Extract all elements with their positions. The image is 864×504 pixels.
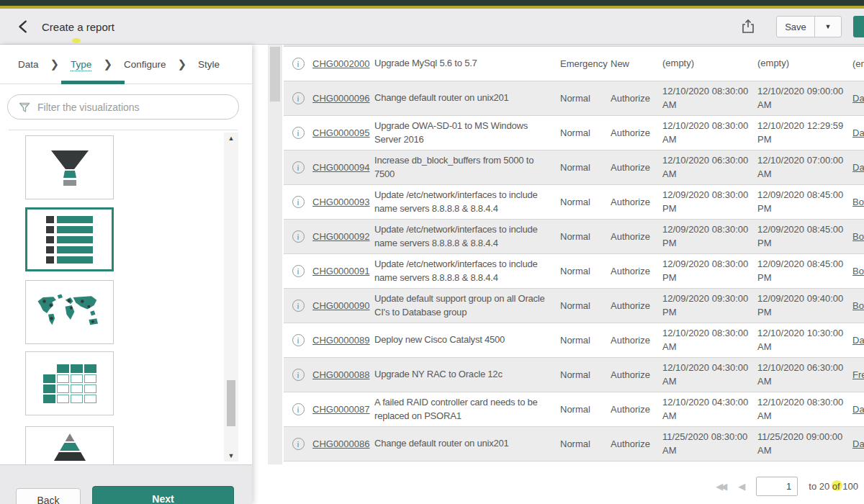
save-split-button: Save ▼ (776, 16, 842, 37)
page-input[interactable] (756, 477, 798, 496)
pagination: ◀◀ ◀ to 20 of 100 (716, 472, 858, 500)
start-date-cell: 12/10/2020 08:30:00 AM (662, 120, 757, 147)
change-number-link[interactable]: CHG0000089 (312, 335, 374, 346)
state-cell: Authorize (611, 93, 662, 104)
info-cell (284, 334, 312, 346)
change-number-link[interactable]: CHG0000095 (312, 127, 374, 138)
change-number-link[interactable]: CHG0000086 (312, 438, 374, 449)
info-icon[interactable] (292, 369, 305, 381)
assignee-link[interactable]: Dav (852, 127, 864, 138)
scroll-down-icon[interactable]: ▼ (224, 452, 238, 459)
short-description: A failed RAID controller card needs to b… (374, 396, 560, 423)
end-date-cell: 11/25/2020 09:00:00 AM (757, 431, 852, 458)
info-icon[interactable] (292, 265, 305, 277)
table-row[interactable]: CHG0000090 Update default support group … (284, 289, 864, 323)
table-row[interactable]: CHG0000089 Deploy new Cisco Catalyst 450… (284, 323, 864, 358)
start-date-cell: 12/09/2020 08:30:00 PM (662, 258, 757, 285)
viz-tile-pyramid[interactable] (25, 426, 114, 464)
viz-tile-map[interactable] (25, 280, 114, 344)
info-icon[interactable] (292, 300, 305, 312)
end-date-cell: 12/10/2020 06:30:00 AM (757, 361, 852, 389)
assignee-link[interactable]: (em (852, 58, 864, 69)
step-style[interactable]: Style (198, 59, 220, 70)
previous-page-icon[interactable]: ◀ (738, 481, 745, 492)
info-cell (284, 369, 312, 381)
save-button[interactable]: Save (777, 17, 814, 37)
step-data[interactable]: Data (18, 59, 39, 70)
visualization-filter-input[interactable] (37, 102, 238, 113)
priority-cell: Normal (560, 404, 611, 415)
change-number-link[interactable]: CHG0000096 (312, 93, 374, 104)
report-preview-table: CHG0002000 Upgrade MySql 5.6 to 5.7 Emer… (252, 45, 864, 504)
viz-tile-heatmap[interactable] (25, 351, 114, 415)
change-number-link[interactable]: CHG0000091 (312, 266, 374, 276)
info-icon[interactable] (292, 230, 305, 243)
change-number-link[interactable]: CHG0000088 (312, 369, 374, 380)
change-number-link[interactable]: CHG0000090 (312, 300, 374, 311)
info-icon[interactable] (292, 334, 305, 346)
info-cell (284, 438, 312, 450)
assignee-link[interactable]: Dav (852, 93, 864, 104)
table-row[interactable]: CHG0000088 Upgrade NY RAC to Oracle 12c … (284, 358, 864, 392)
info-icon[interactable] (292, 403, 305, 415)
state-cell: Authorize (611, 369, 662, 380)
assignee-link[interactable]: Fre (852, 369, 864, 380)
end-date-cell: 12/09/2020 08:45:00 PM (757, 258, 852, 285)
table-row[interactable]: CHG0000094 Increase db_block_buffers fro… (284, 150, 864, 185)
first-page-icon[interactable]: ◀◀ (716, 481, 727, 492)
viz-tile-list[interactable] (25, 207, 114, 271)
scroll-up-icon[interactable]: ▲ (224, 135, 238, 142)
change-number-link[interactable]: CHG0000093 (312, 197, 374, 207)
change-number-link[interactable]: CHG0000092 (312, 231, 374, 242)
assignee-link[interactable]: Dav (852, 162, 864, 173)
info-icon[interactable] (292, 92, 305, 104)
start-date-cell: 12/09/2020 08:30:00 PM (662, 223, 757, 251)
change-number-link[interactable]: CHG0000094 (312, 162, 374, 173)
table-row[interactable]: CHG0000096 Change default router on unix… (284, 81, 864, 116)
step-type[interactable]: Type (71, 59, 91, 70)
assignee-link[interactable]: Bow (852, 231, 864, 242)
table-row[interactable]: CHG0000091 Update /etc/network/interface… (284, 254, 864, 289)
save-dropdown-caret[interactable]: ▼ (814, 17, 841, 37)
assignee-link[interactable]: Bow (852, 300, 864, 311)
step-configure[interactable]: Configure (124, 59, 166, 70)
short-description: Upgrade NY RAC to Oracle 12c (374, 368, 560, 382)
viz-scrollbar-thumb[interactable] (227, 380, 235, 426)
info-icon[interactable] (292, 161, 305, 174)
next-button[interactable]: Next (92, 486, 234, 504)
short-description: Update default support group on all Orac… (374, 292, 560, 320)
info-icon[interactable] (292, 58, 305, 70)
share-icon[interactable] (739, 17, 757, 36)
assignee-link[interactable]: Dav (852, 438, 864, 449)
report-type-panel: Data ❯ Type ❯ Configure ❯ Style (0, 45, 252, 504)
table-row[interactable]: CHG0000095 Upgrade OWA-SD-01 to MS Windo… (284, 116, 864, 150)
table-row[interactable]: CHG0002000 Upgrade MySql 5.6 to 5.7 Emer… (284, 47, 864, 81)
toolbar-edge-button[interactable] (853, 16, 864, 37)
table-scrollbar-thumb[interactable] (270, 47, 280, 102)
assignee-link[interactable]: Dav (852, 335, 864, 346)
back-arrow-icon[interactable] (16, 19, 32, 35)
info-icon[interactable] (292, 438, 305, 450)
priority-cell: Normal (560, 162, 611, 173)
info-icon[interactable] (292, 127, 305, 139)
assignee-link[interactable]: Bow (852, 266, 864, 276)
table-scrollbar[interactable] (268, 45, 282, 464)
info-icon[interactable] (292, 196, 305, 208)
start-date-cell: 12/10/2020 06:30:00 AM (662, 154, 757, 181)
table-row[interactable]: CHG0000086 Change default router on unix… (284, 427, 864, 462)
viz-tile-funnel[interactable] (25, 135, 114, 199)
table-row[interactable]: CHG0000092 Update /etc/network/interface… (284, 220, 864, 254)
change-number-link[interactable]: CHG0000087 (312, 404, 374, 415)
assignee-link[interactable]: Dav (852, 404, 864, 415)
assignee-link[interactable]: Bow (852, 197, 864, 207)
viz-scrollbar[interactable]: ▲ ▼ (224, 132, 238, 462)
table-row[interactable]: CHG0000093 Update /etc/network/interface… (284, 185, 864, 220)
visualization-list: ▲ ▼ (0, 131, 252, 464)
wizard-footer: Back Next (0, 464, 252, 504)
back-button[interactable]: Back (16, 488, 81, 504)
end-date-cell: 12/10/2020 08:30:00 AM (757, 396, 852, 423)
change-number-link[interactable]: CHG0002000 (312, 58, 374, 69)
table-row[interactable]: CHG0000087 A failed RAID controller card… (284, 392, 864, 427)
priority-cell: Normal (560, 438, 611, 449)
heatmap-icon (43, 364, 96, 403)
